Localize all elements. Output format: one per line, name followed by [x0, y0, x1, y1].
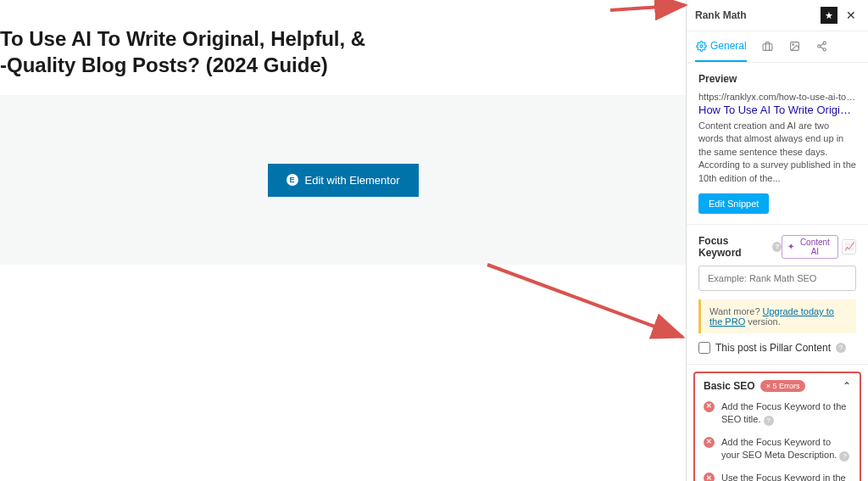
- content-ai-button[interactable]: ✦ Content AI: [782, 235, 838, 259]
- preview-description: Content creation and AI are two words th…: [698, 120, 856, 185]
- svg-line-11: [821, 47, 824, 48]
- post-title-line1: To Use AI To Write Original, Helpful, &: [0, 27, 365, 50]
- focus-keyword-label: Focus Keyword: [698, 235, 769, 259]
- plugin-name: Rank Math: [695, 9, 815, 21]
- svg-rect-5: [763, 43, 772, 50]
- seo-error-text: Add the Focus Keyword to your SEO Meta D…: [721, 437, 837, 460]
- help-icon[interactable]: ?: [772, 242, 782, 252]
- seo-error-text: Add the Focus Keyword to the SEO title.: [721, 401, 846, 424]
- star-icon[interactable]: ★: [821, 7, 837, 24]
- error-icon: ✕: [704, 401, 715, 412]
- briefcase-icon: [762, 40, 774, 52]
- help-icon[interactable]: ?: [836, 343, 846, 353]
- share-icon: [816, 40, 828, 52]
- seo-error-text: Use the Focus Keyword in the URL.: [721, 473, 846, 481]
- post-title-line2: -Quality Blog Posts? (2024 Guide): [0, 53, 328, 76]
- edit-snippet-button[interactable]: Edit Snippet: [698, 193, 769, 214]
- trend-icon: 📈: [844, 242, 854, 251]
- preview-url: https://ranklyx.com/how-to-use-ai-to-wri…: [698, 92, 856, 102]
- preview-title: How To Use AI To Write Original, H...: [698, 103, 856, 116]
- close-icon[interactable]: ✕: [843, 7, 860, 24]
- error-count-badge: × 5 Errors: [760, 380, 806, 392]
- tab-advanced[interactable]: [762, 31, 774, 62]
- upgrade-prefix: Want more?: [709, 306, 763, 316]
- seo-error-item: ✕Add the Focus Keyword to your SEO Meta …: [704, 436, 851, 461]
- upgrade-notice: Want more? Upgrade today to the PRO vers…: [698, 299, 856, 333]
- svg-point-10: [823, 48, 826, 50]
- image-icon: [789, 40, 801, 52]
- tab-social[interactable]: [816, 31, 828, 62]
- content-ai-label: Content AI: [797, 238, 832, 256]
- elementor-button-label: Edit with Elementor: [305, 174, 400, 187]
- gear-icon: [695, 40, 707, 52]
- edit-with-elementor-button[interactable]: E Edit with Elementor: [268, 164, 419, 197]
- preview-heading: Preview: [698, 73, 856, 85]
- help-icon[interactable]: ?: [839, 451, 849, 461]
- basic-seo-panel: Basic SEO × 5 Errors ⌃ ✕Add the Focus Ke…: [693, 372, 861, 481]
- svg-point-9: [818, 44, 821, 47]
- svg-line-3: [487, 265, 682, 337]
- svg-point-4: [699, 44, 702, 47]
- error-icon: ✕: [704, 473, 715, 481]
- elementor-icon: E: [287, 174, 298, 186]
- tab-general-label: General: [710, 40, 747, 52]
- error-icon: ✕: [704, 437, 715, 448]
- pillar-checkbox[interactable]: [698, 342, 710, 354]
- seo-error-item: ✕Use the Focus Keyword in the URL. ?: [704, 472, 851, 481]
- tab-schema[interactable]: [789, 31, 801, 62]
- focus-keyword-input[interactable]: [698, 266, 856, 291]
- svg-line-12: [821, 43, 824, 45]
- editor-canvas: E Edit with Elementor: [0, 95, 686, 265]
- upgrade-suffix: version.: [745, 316, 781, 327]
- basic-seo-title: Basic SEO: [704, 380, 755, 392]
- pillar-label: This post is Pillar Content: [715, 342, 831, 354]
- help-icon[interactable]: ?: [764, 416, 774, 426]
- tab-general[interactable]: General: [695, 31, 747, 62]
- rank-math-sidebar: Rank Math ★ ✕ General Preview ht: [686, 0, 868, 481]
- seo-error-list: ✕Add the Focus Keyword to the SEO title.…: [704, 400, 851, 481]
- seo-error-item: ✕Add the Focus Keyword to the SEO title.…: [704, 400, 851, 426]
- sparkle-icon: ✦: [787, 242, 794, 251]
- svg-point-7: [793, 43, 794, 45]
- trend-button[interactable]: 📈: [842, 239, 856, 254]
- svg-point-8: [823, 42, 826, 44]
- chevron-up-icon[interactable]: ⌃: [843, 380, 851, 392]
- post-title: To Use AI To Write Original, Helpful, & …: [0, 25, 686, 78]
